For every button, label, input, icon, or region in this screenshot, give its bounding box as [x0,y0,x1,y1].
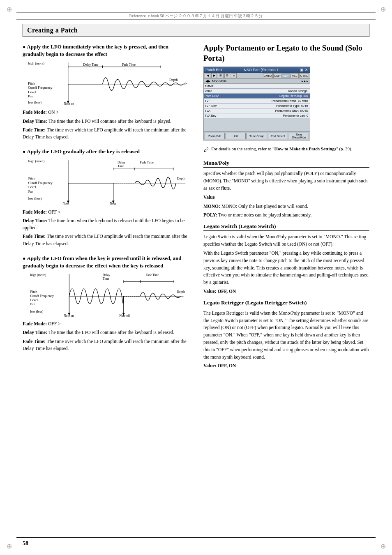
page-title-box: Creating a Patch [23,24,369,37]
ui-title-bar: Patch Edit NSO Part (Strumco 1 ▣ ✕ [204,67,310,73]
svg-text:Level: Level [30,298,38,302]
ui-tab-cmp[interactable]: CMP [273,73,281,78]
svg-text:Depth: Depth [177,290,185,294]
section-3: Apply the LFO from when the key is press… [23,255,191,352]
ui-bottom-init[interactable]: Init [226,133,246,139]
note-reference: 🖊 For details on the setting, refer to "… [203,146,353,153]
header-text: Reference_e.book 58 ページ ２００３年７月１４日 月曜日 午… [129,13,263,19]
svg-text:Pan: Pan [30,303,35,306]
left-column: Apply the LFO immediately when the key i… [23,43,191,530]
corner-mark-bl: ⊕ [5,542,13,550]
content-area: Apply the LFO immediately when the key i… [23,43,369,530]
section-2: Apply the LFO gradually after the key is… [23,148,191,247]
corner-mark-tl: ⊕ [5,5,13,13]
ui-tab-key[interactable]: KEY [282,73,290,78]
svg-text:Delay: Delay [118,160,125,164]
right-column: Apply Portamento or Legato to the Sound … [203,43,369,530]
svg-text:Fade Time: Fade Time [122,63,136,67]
ui-toolbar: ◀ ▶ ⊞ ⊟ ≡ GMRX CMP KEY VEL CTRL [204,73,310,79]
svg-text:Fade Time: Fade Time [146,273,159,277]
bottom-line [16,537,376,538]
ui-tab-ctrl[interactable]: CTRL [299,73,309,78]
svg-text:Delay: Delay [103,273,110,277]
section-2-title: Apply the LFO gradually after the key is… [23,148,191,155]
ui-tab-gmrx[interactable]: GMRX [263,73,273,78]
svg-text:Cutoff Frequency: Cutoff Frequency [28,181,53,184]
waveform-3: high (more) Pitch Cutoff Frequency Level… [23,272,191,317]
ui-btn-3[interactable]: ⊞ [218,73,224,78]
section-3-fade: Fade Time: The time over which the LFO a… [23,338,191,352]
section-1-delay: Delay Time: The time that the LFO will c… [23,118,191,125]
waveform-1: high (more) Pitch Cutoff Frequency Level… [23,60,191,106]
svg-text:Level: Level [28,90,36,94]
ui-tab-vel[interactable]: VEL [291,73,299,78]
mono-poly-poly: POLY: Two or more notes can be played si… [203,212,369,219]
svg-text:on: on [62,205,66,205]
svg-text:high (more): high (more) [30,273,46,277]
ui-nav-arrows: ◀▶ [205,79,210,83]
section-1: Apply the LFO immediately when the key i… [23,43,191,140]
legato-switch-value: Value: OFF, ON [203,288,369,295]
svg-text:Pan: Pan [28,94,33,98]
svg-text:Depth: Depth [169,78,178,82]
ui-btn-2[interactable]: ▶ [211,73,217,78]
ui-row-tvf: TVF Portamento Press 10 Mths [204,99,310,104]
right-main-title: Apply Portamento or Legato to the Sound … [203,43,369,63]
header-bar: Reference_e.book 58 ページ ２００３年７月１４日 月曜日 午… [16,12,376,20]
ui-row-tmmt: TMMT [204,84,310,89]
ui-bottom-part[interactable]: Part Select [268,133,288,139]
svg-text:Pitch: Pitch [30,290,37,294]
legato-switch-body2: With the Legato Switch parameter "ON," p… [203,250,369,286]
ui-btn-5[interactable]: ≡ [231,73,237,78]
waveform-2: high (more) Pitch Cutoff Frequency Level… [23,158,191,205]
svg-text:Fade Time: Fade Time [140,160,154,164]
section-1-fade: Fade Time: The time over which the LFO a… [23,127,191,141]
mono-poly-title: Mono/Poly [203,160,369,168]
svg-text:Level: Level [28,185,37,189]
svg-text:Depth: Depth [177,177,185,180]
ui-bottom-tone[interactable]: Tone Comp [247,133,267,139]
section-2-fade-mode: Fade Mode: OFF < [23,209,191,216]
ui-controls: ▣ ✕ [300,68,308,72]
legato-retrigger-value: Value: OFF, ON [203,362,369,370]
ui-btn-4[interactable]: ⊟ [224,73,230,78]
ui-title-text: Patch Edit [205,68,222,72]
corner-mark-br: ⊕ [379,542,387,550]
section-3-title: Apply the LFO from when the key is press… [23,255,191,269]
ui-nav-title: Mono/Bite [212,79,227,83]
mono-poly-body: Specifies whether the patch will play po… [203,170,369,192]
section-3-fade-mode: Fade Mode: OFF > [23,320,191,327]
svg-text:Pan: Pan [28,189,34,193]
ui-row-pitch-env: Pitch ENV Legato Ref/Stup 301 [204,94,310,99]
ui-nav-controls: ▸ ▸ ▸ [302,79,308,83]
legato-switch-title: Legato Switch (Legato Switch) [203,223,369,231]
svg-text:Note on: Note on [64,102,74,106]
ui-bottom-zoom[interactable]: Zoom Edit [205,133,225,139]
ui-menu-bar: ◀▶ Mono/Bite ▸ ▸ ▸ [204,79,310,84]
ui-row-tva: TVA Portamento Start NOTE [204,108,310,113]
svg-text:Cutoff Frequency: Cutoff Frequency [28,86,53,90]
ui-bottom-show[interactable]: Tone Show/Hide [289,133,309,139]
legato-retrigger-body1: The Legato Retrigger is valid when the M… [203,310,369,361]
svg-text:Pitch: Pitch [28,82,35,85]
svg-text:Time: Time [103,277,109,281]
note-icon-symbol: 🖊 [203,147,209,153]
svg-text:Time: Time [118,164,125,168]
section-1-title: Apply the LFO immediately when the key i… [23,43,191,58]
svg-text:off: off [110,205,113,205]
page-number: 58 [23,540,28,547]
ui-btn-1[interactable]: ◀ [205,73,210,78]
section-3-delay: Delay Time: The time that the LFO will c… [23,329,191,336]
mono-poly-mono: MONO: MONO: Only the last-played note wi… [203,203,369,210]
corner-mark-tr: ⊕ [379,5,387,13]
ui-row-voice: Voice Kando Strings [204,89,310,94]
svg-text:Cutoff Frequency: Cutoff Frequency [30,294,54,298]
ui-row-tvfenv: TVF Env Portamento Type 60 Hr [204,104,310,108]
svg-text:Note off: Note off [120,314,130,317]
svg-text:low (less): low (less) [30,310,44,313]
svg-text:low (less): low (less) [28,197,42,200]
section-2-delay: Delay Time: The time from when the keybo… [23,217,191,232]
ui-row-tvaenv: TVA Env Portamento Leo 0 [204,113,310,118]
svg-text:low (less): low (less) [28,101,42,104]
svg-text:Delay Time: Delay Time [83,63,98,67]
